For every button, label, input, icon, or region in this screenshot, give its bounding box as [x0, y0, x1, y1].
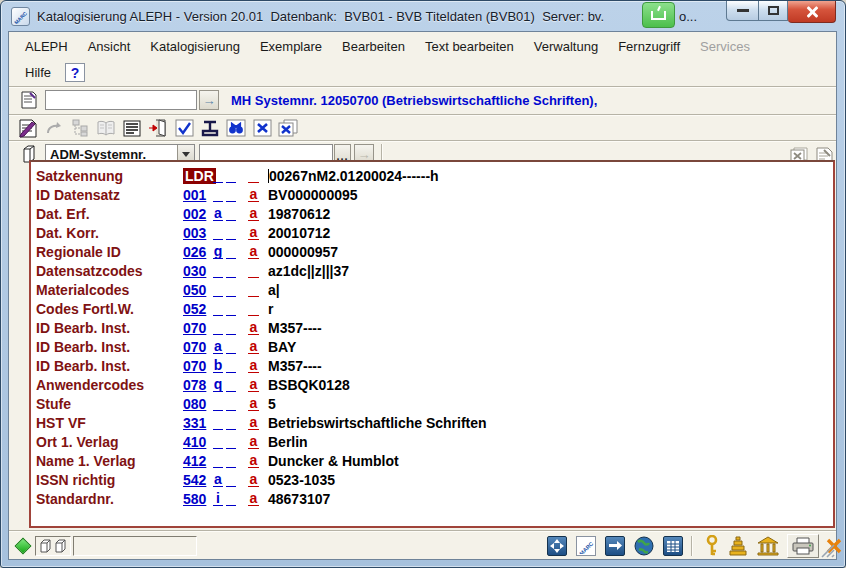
field-tag[interactable]: 001	[183, 187, 206, 203]
search-binoculars-icon[interactable]	[223, 117, 249, 139]
record-row[interactable]: Stufe080a5	[36, 394, 833, 413]
field-tag[interactable]: 003	[183, 225, 206, 241]
record-row[interactable]: ID Bearb. Inst.070aaBAY	[36, 337, 833, 356]
subfield-code[interactable]: a	[248, 415, 259, 430]
field-value[interactable]: 19870612	[268, 206, 330, 222]
field-tag[interactable]: 078	[183, 377, 206, 393]
indicator-2[interactable]	[226, 168, 236, 183]
field-tag[interactable]: 542	[183, 472, 206, 488]
full-view-list-icon[interactable]	[119, 117, 145, 139]
record-row[interactable]: Ort 1. Verlag410aBerlin	[36, 432, 833, 451]
field-tag[interactable]: 026	[183, 244, 206, 260]
field-value[interactable]: Duncker & Humblot	[268, 453, 399, 469]
subfield-code[interactable]	[248, 263, 259, 278]
indicator-1[interactable]	[213, 168, 223, 183]
field-value[interactable]: 0523-1035	[268, 472, 335, 488]
indicator-2[interactable]	[226, 396, 236, 411]
marc-icon[interactable]: MARC	[575, 535, 597, 557]
record-row[interactable]: Regionale ID026ga000000957	[36, 242, 833, 261]
go-arrow-button[interactable]: →	[199, 90, 219, 110]
record-row[interactable]: Codes Fortl.W.052r	[36, 299, 833, 318]
subfield-code[interactable]: a	[248, 187, 259, 202]
indicator-1[interactable]	[213, 282, 223, 297]
indicator-1[interactable]	[213, 187, 223, 202]
indicator-2[interactable]	[226, 434, 236, 449]
tower-icon[interactable]	[727, 535, 749, 557]
menu-fernzugriff[interactable]: Fernzugriff	[608, 36, 690, 57]
field-value[interactable]: M357----	[268, 320, 322, 336]
field-tag[interactable]: LDR	[183, 168, 216, 184]
menu-exemplare[interactable]: Exemplare	[250, 36, 332, 57]
indicator-2[interactable]	[226, 453, 236, 468]
indicator-1[interactable]	[213, 396, 223, 411]
open-book-icon[interactable]	[93, 117, 119, 139]
indicator-2[interactable]	[226, 187, 236, 202]
indicator-2[interactable]	[226, 415, 236, 430]
record-row[interactable]: Anwendercodes078qaBSBQK0128	[36, 375, 833, 394]
field-value[interactable]: 48673107	[268, 491, 330, 507]
field-value[interactable]: r	[268, 301, 273, 317]
field-tag[interactable]: 030	[183, 263, 206, 279]
subfield-code[interactable]: a	[248, 244, 259, 259]
indicator-1[interactable]	[213, 415, 223, 430]
indicator-2[interactable]	[226, 263, 236, 278]
record-row[interactable]: SatzkennungLDR00267nM2.01200024------h	[36, 166, 833, 185]
delete-record-icon[interactable]	[249, 117, 275, 139]
indicator-2[interactable]	[226, 320, 236, 335]
field-tag[interactable]: 050	[183, 282, 206, 298]
subfield-code[interactable]: a	[248, 377, 259, 392]
search-input[interactable]	[45, 90, 197, 110]
indicator-1[interactable]: q	[213, 377, 223, 392]
tree-view-icon[interactable]	[67, 117, 93, 139]
indicator-1[interactable]	[213, 320, 223, 335]
check-record-icon[interactable]	[171, 117, 197, 139]
field-value[interactable]: BSBQK0128	[268, 377, 350, 393]
swap-arrows-icon[interactable]	[604, 535, 626, 557]
subfield-code[interactable]	[248, 301, 259, 316]
field-value[interactable]: 5	[268, 396, 276, 412]
subfield-code[interactable]: a	[248, 472, 259, 487]
indicator-2[interactable]	[226, 339, 236, 354]
indicator-2[interactable]	[226, 377, 236, 392]
menu-hilfe[interactable]: Hilfe	[15, 62, 61, 83]
field-tag[interactable]: 052	[183, 301, 206, 317]
indicator-1[interactable]	[213, 301, 223, 316]
menu-katalogisierung[interactable]: Katalogisierung	[140, 36, 250, 57]
indicator-1[interactable]: g	[213, 244, 223, 259]
push-record-icon[interactable]	[197, 117, 223, 139]
field-tag[interactable]: 070	[183, 358, 206, 374]
key-icon[interactable]	[701, 535, 723, 557]
record-row[interactable]: Materialcodes050a|	[36, 280, 833, 299]
subfield-code[interactable]: a	[248, 339, 259, 354]
minimize-button[interactable]	[726, 1, 759, 21]
field-tag[interactable]: 412	[183, 453, 206, 469]
indicator-2[interactable]	[226, 472, 236, 487]
menu-aleph[interactable]: ALEPH	[15, 36, 78, 57]
printer-icon[interactable]	[787, 534, 819, 558]
subfield-code[interactable]: a	[248, 206, 259, 221]
field-value[interactable]: M357----	[268, 358, 322, 374]
navigate-icon[interactable]	[546, 535, 568, 557]
close-button[interactable]	[788, 1, 836, 23]
field-value[interactable]: 20010712	[268, 225, 330, 241]
record-row[interactable]: Name 1. Verlag412aDuncker & Humblot	[36, 451, 833, 470]
field-tag[interactable]: 070	[183, 339, 206, 355]
field-value[interactable]: 00267nM2.01200024------h	[268, 168, 439, 184]
subfield-code[interactable]: a	[248, 225, 259, 240]
library-building-icon[interactable]	[757, 535, 779, 557]
subfield-code[interactable]: a	[248, 358, 259, 373]
record-editor[interactable]: SatzkennungLDR00267nM2.01200024------hID…	[29, 160, 835, 528]
field-value[interactable]: BAY	[268, 339, 296, 355]
subfield-code[interactable]: a	[248, 453, 259, 468]
subfield-code[interactable]: a	[248, 320, 259, 335]
field-tag[interactable]: 002	[183, 206, 206, 222]
indicator-1[interactable]: i	[213, 491, 223, 506]
indicator-2[interactable]	[226, 282, 236, 297]
field-value[interactable]: az1dc||z|||37	[268, 263, 349, 279]
indicator-1[interactable]: a	[213, 206, 223, 221]
field-value[interactable]: Berlin	[268, 434, 308, 450]
indicator-1[interactable]	[213, 434, 223, 449]
field-tag[interactable]: 410	[183, 434, 206, 450]
exit-door-icon[interactable]	[145, 117, 171, 139]
indicator-2[interactable]	[226, 358, 236, 373]
